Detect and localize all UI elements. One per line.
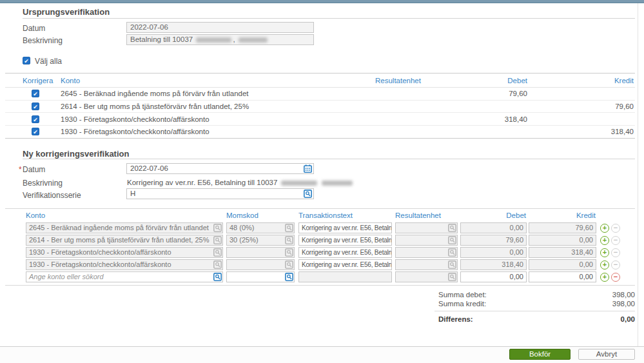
original-table-row: 1930 - Företagskonto/checkkonto/affärsko… [5,113,635,126]
remove-row-button[interactable] [611,273,620,282]
konto-cell: 2614 - Ber utg moms på tjänsteförvärv fr… [61,103,375,110]
transaktionstext-field[interactable]: Korrigering av ver.nr. E56, Betalning ti… [298,259,392,270]
entry-new-row: Ange konto eller sökord0,000,00 [26,271,635,282]
summa-debet-label: Summa debet: [438,291,487,299]
konto-cell: 2645 - Beräknad ingående moms på förvärv… [61,90,375,97]
momskod-field: 30 (25%) [226,235,295,246]
entry-table-header: Konto Momskod Transaktionstext Resultate… [26,211,635,220]
header-momskod: Momskod [226,211,298,220]
lookup-icon [448,260,456,269]
lookup-icon [285,260,293,269]
kredit-field: 0,00 [529,259,596,270]
redacted-text [239,37,268,43]
korrigera-checkbox[interactable] [32,90,39,97]
transaktionstext-field[interactable]: Korrigering av ver.nr. E56, Betalning ti… [298,222,392,233]
transaktionstext-field[interactable]: Korrigering av ver.nr. E56, Betalning ti… [298,235,392,246]
original-datum-value: 2022-07-06 [130,23,168,31]
korrigera-checkbox[interactable] [32,115,39,123]
lookup-icon [285,236,293,244]
konto-input[interactable]: Ange konto eller sökord [26,271,223,282]
remove-row-button [611,248,620,257]
verifikationsserie-label: Verifikationsserie [23,191,81,200]
resultatenhet-field [395,271,458,282]
header-konto: Konto [61,74,375,87]
header-korrigera: Korrigera [5,74,61,87]
debet-input[interactable]: 0,00 [460,271,527,282]
remove-row-button [611,224,620,233]
bokfor-button[interactable]: Bokför [509,349,571,360]
lookup-icon [213,260,222,269]
new-datum-input[interactable]: 2022-07-06 [126,163,314,174]
momskod-input[interactable] [226,271,295,282]
header-debet: Debet [460,211,529,220]
resultatenhet-field [395,247,458,258]
kredit-field: 0,00 [529,235,596,246]
lookup-icon[interactable] [213,273,222,281]
entry-row: 1930 - Företagskonto/checkkonto/affärsko… [26,259,635,270]
header-resultatenhet: Resultatenhet [375,74,459,87]
add-row-button[interactable] [600,273,609,282]
lookup-icon [448,224,456,232]
differens-label: Differens: [438,315,473,323]
lookup-icon [448,273,456,281]
kredit-input[interactable]: 0,00 [529,271,596,282]
remove-row-button [611,236,620,245]
add-row-button[interactable] [600,236,609,245]
debet-cell: 318,40 [459,115,527,123]
transaktionstext-field [298,271,392,282]
debet-field: 0,00 [460,247,527,258]
konto-field: 2614 - Ber utg moms på tjänsteförvärv fr… [26,235,223,246]
entry-row: 2645 - Beräknad ingående moms på förvärv… [26,222,635,233]
original-datum-field: 2022-07-06 [126,22,314,33]
select-all-checkbox[interactable] [23,57,30,64]
korrigera-checkbox[interactable] [32,128,39,135]
correction-verification-page: Ursprungsverifikation Datum 2022-07-06 B… [0,0,644,363]
lookup-icon [285,224,293,232]
right-edge-divider [638,3,638,346]
header-transaktionstext: Transaktionstext [298,211,395,220]
required-marker: * [19,165,22,174]
verifikationsserie-value: H [130,190,135,197]
verifikationsserie-input[interactable]: H [126,188,314,199]
summary-divider [434,311,635,311]
lookup-icon[interactable] [285,273,293,281]
summa-debet-value: 398,00 [612,291,635,299]
avbryt-button[interactable]: Avbryt [578,349,635,360]
calendar-icon[interactable] [304,164,312,173]
original-beskrivning-value: Betalning till 10037 [130,35,193,43]
totals-summary: Summa debet: 398,00 Summa kredit: 398,00… [425,290,635,324]
transaktionstext-field[interactable]: Korrigering av ver.nr. E56, Betalning ti… [298,247,392,258]
momskod-field [226,247,295,258]
momskod-field [226,259,295,270]
lookup-icon[interactable] [304,190,312,198]
section-title-new-correction: Ny korrigeringsverifikation [23,149,129,159]
korrigera-checkbox[interactable] [32,103,39,110]
redacted-text [196,37,231,43]
add-row-button[interactable] [600,224,609,233]
lookup-icon [213,224,222,232]
new-datum-label: Datum [23,165,45,174]
add-row-button[interactable] [600,260,609,270]
original-table-row: 1930 - Företagskonto/checkkonto/affärsko… [5,126,635,138]
original-table-row: 2645 - Beräknad ingående moms på förvärv… [5,88,635,101]
resultatenhet-field [395,235,458,246]
correction-entry-table: Konto Momskod Transaktionstext Resultate… [5,208,635,286]
remove-row-button [611,260,620,270]
kredit-cell: 318,40 [527,128,635,135]
select-all-label: Välj alla [35,57,62,66]
original-datum-label: Datum [23,24,45,33]
header-debet: Debet [459,74,527,87]
top-accent-bar [0,0,644,3]
entry-row: 2614 - Ber utg moms på tjänsteförvärv fr… [26,235,635,246]
differens-value: 0,00 [621,315,635,323]
original-beskrivning-label: Beskrivning [23,36,63,45]
original-table-header: Korrigera Konto Resultatenhet Debet Kred… [5,74,635,88]
add-row-button[interactable] [600,248,609,257]
header-resultatenhet: Resultatenhet [395,211,460,220]
summa-kredit-label: Summa kredit: [438,300,486,308]
header-kredit: Kredit [529,211,598,220]
new-datum-value: 2022-07-06 [130,164,168,172]
section-title-original-verification: Ursprungsverifikation [23,7,110,17]
new-beskrivning-text: Korrigering av ver.nr. E56, Betalning ti… [127,179,354,186]
summa-kredit-value: 398,00 [612,300,635,308]
